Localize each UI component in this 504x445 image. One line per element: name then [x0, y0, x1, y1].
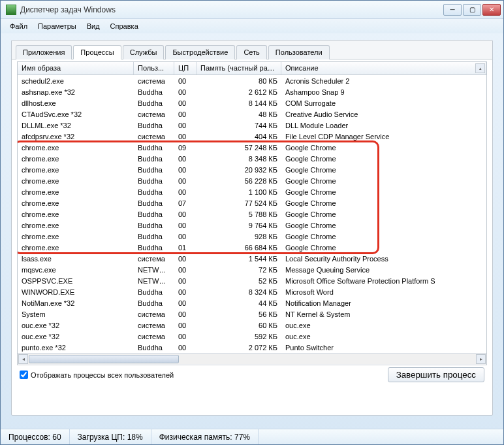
- cell-cpu: 00: [174, 132, 197, 141]
- cell-user: система: [134, 321, 174, 330]
- cell-desc: Google Chrome: [281, 188, 486, 197]
- scroll-thumb[interactable]: [29, 355, 179, 363]
- table-row[interactable]: WINWORD.EXEBuddha008 324 КБMicrosoft Wor…: [18, 286, 486, 297]
- minimize-button[interactable]: ─: [443, 4, 462, 16]
- cell-user: NETWO...: [134, 265, 174, 274]
- cell-desc: Microsoft Office Software Protection Pla…: [281, 276, 486, 286]
- cell-desc: File Level CDP Manager Service: [281, 132, 486, 141]
- col-cpu[interactable]: ЦП: [174, 62, 197, 74]
- table-row[interactable]: chrome.exeBuddha0020 932 КБGoogle Chrome: [18, 164, 486, 175]
- table-row[interactable]: ouc.exe *32система00592 КБouc.exe: [18, 331, 486, 342]
- scroll-up-icon[interactable]: ▴: [475, 63, 485, 73]
- cell-cpu: 00: [174, 210, 197, 219]
- cell-user: система: [134, 332, 174, 341]
- cell-cpu: 09: [174, 143, 197, 152]
- cell-mem: 404 КБ: [197, 132, 281, 141]
- cell-name: chrome.exe: [18, 188, 134, 197]
- tab-strip: ПриложенияПроцессыСлужбыБыстродействиеСе…: [12, 41, 492, 59]
- cell-cpu: 00: [174, 99, 197, 108]
- cell-mem: 44 КБ: [197, 299, 281, 308]
- table-row[interactable]: Systemсистема0056 КБNT Kernel & System: [18, 308, 486, 320]
- tab-4[interactable]: Сеть: [236, 45, 266, 59]
- table-row[interactable]: chrome.exeBuddha00928 КБGoogle Chrome: [18, 231, 486, 242]
- cell-name: ouc.exe *32: [18, 332, 134, 341]
- cell-desc: Google Chrome: [281, 210, 486, 219]
- show-all-users-input[interactable]: [20, 371, 28, 379]
- cell-cpu: 00: [174, 76, 197, 86]
- table-row[interactable]: chrome.exeBuddha0777 524 КБGoogle Chrome: [18, 197, 486, 208]
- cell-desc: DLL Module Loader: [281, 121, 486, 130]
- table-row[interactable]: chrome.exeBuddha001 100 КБGoogle Chrome: [18, 186, 486, 197]
- cell-user: Buddha: [134, 210, 174, 219]
- table-row[interactable]: ouc.exe *32система0060 КБouc.exe: [18, 320, 486, 331]
- table-row[interactable]: OSPPSVC.EXENETWO...0052 КБMicrosoft Offi…: [18, 275, 486, 286]
- titlebar[interactable]: Диспетчер задач Windows ─ ▢ ✕: [1, 1, 503, 19]
- cell-user: система: [134, 254, 174, 263]
- cell-mem: 1 100 КБ: [197, 188, 281, 197]
- table-row[interactable]: chrome.exeBuddha0166 684 КБGoogle Chrome: [18, 242, 486, 253]
- cell-desc: COM Surrogate: [281, 99, 486, 108]
- cell-cpu: 00: [174, 321, 197, 330]
- table-row[interactable]: afcdpsrv.exe *32система00404 КБFile Leve…: [18, 131, 486, 142]
- table-row[interactable]: CTAudSvc.exe *32система0048 КБCreative A…: [18, 108, 486, 120]
- col-description[interactable]: Описание: [281, 62, 486, 74]
- menu-view[interactable]: Вид: [82, 20, 105, 32]
- table-row[interactable]: lsass.exeсистема001 544 КБLocal Security…: [18, 253, 486, 264]
- scroll-left-icon[interactable]: ◂: [18, 354, 28, 364]
- cell-mem: 9 764 КБ: [197, 221, 281, 230]
- window-title: Диспетчер задач Windows: [20, 5, 443, 14]
- table-row[interactable]: chrome.exeBuddha008 348 КБGoogle Chrome: [18, 153, 486, 164]
- table-row[interactable]: punto.exe *32Buddha002 072 КБPunto Switc…: [18, 342, 486, 353]
- table-row[interactable]: ashsnap.exe *32Buddha002 612 КБAshampoo …: [18, 86, 486, 97]
- show-all-users-checkbox[interactable]: Отображать процессы всех пользователей: [20, 371, 174, 379]
- cell-name: lsass.exe: [18, 254, 134, 263]
- cell-desc: Google Chrome: [281, 165, 486, 174]
- tab-2[interactable]: Службы: [123, 45, 165, 59]
- table-row[interactable]: dllhost.exeBuddha008 144 КБCOM Surrogate: [18, 97, 486, 108]
- cell-desc: Punto Switcher: [281, 343, 486, 352]
- maximize-button[interactable]: ▢: [463, 4, 481, 16]
- cell-cpu: 00: [174, 332, 197, 341]
- cell-mem: 8 324 КБ: [197, 288, 281, 297]
- cell-name: chrome.exe: [18, 154, 134, 163]
- grid-rows[interactable]: schedul2.exeсистема0080 КБAcronis Schedu…: [18, 75, 486, 353]
- col-user[interactable]: Польз...: [134, 62, 174, 74]
- cell-name: ashsnap.exe *32: [18, 88, 134, 97]
- cell-name: schedul2.exe: [18, 76, 134, 86]
- col-image-name[interactable]: Имя образа: [18, 62, 134, 74]
- status-processes: Процессов: 60: [1, 429, 70, 444]
- menu-help[interactable]: Справка: [105, 20, 144, 32]
- cell-mem: 928 КБ: [197, 232, 281, 241]
- horizontal-scrollbar[interactable]: ◂ ▸: [18, 353, 486, 364]
- app-icon: [6, 5, 16, 15]
- cell-name: chrome.exe: [18, 221, 134, 230]
- cell-user: Buddha: [134, 343, 174, 352]
- tab-0[interactable]: Приложения: [16, 45, 72, 59]
- cell-desc: Creative Audio Service: [281, 110, 486, 119]
- cell-cpu: 00: [174, 343, 197, 352]
- table-row[interactable]: NotiMan.exe *32Buddha0044 КБNotification…: [18, 297, 486, 308]
- cell-mem: 20 932 КБ: [197, 165, 281, 174]
- menu-options[interactable]: Параметры: [33, 20, 82, 32]
- tab-5[interactable]: Пользователи: [268, 45, 330, 59]
- col-memory[interactable]: Память (частный рабо...: [197, 62, 281, 74]
- cell-user: система: [134, 310, 174, 319]
- menu-file[interactable]: Файл: [5, 20, 33, 32]
- table-row[interactable]: chrome.exeBuddha009 764 КБGoogle Chrome: [18, 220, 486, 231]
- table-row[interactable]: chrome.exeBuddha0056 228 КБGoogle Chrome: [18, 175, 486, 186]
- cell-mem: 52 КБ: [197, 276, 281, 286]
- end-process-button[interactable]: Завершить процесс: [388, 367, 484, 382]
- tab-1[interactable]: Процессы: [73, 45, 121, 59]
- table-row[interactable]: chrome.exeBuddha005 788 КБGoogle Chrome: [18, 208, 486, 220]
- close-button[interactable]: ✕: [482, 4, 501, 16]
- table-row[interactable]: DLLML.exe *32Buddha00744 КБDLL Module Lo…: [18, 120, 486, 131]
- scroll-right-icon[interactable]: ▸: [476, 354, 486, 364]
- table-row[interactable]: chrome.exeBuddha0957 248 КБGoogle Chrome: [18, 142, 486, 153]
- cell-user: Buddha: [134, 221, 174, 230]
- tab-3[interactable]: Быстродействие: [165, 45, 235, 59]
- table-row[interactable]: schedul2.exeсистема0080 КБAcronis Schedu…: [18, 75, 486, 86]
- cell-desc: Local Security Authority Process: [281, 254, 486, 263]
- cell-name: System: [18, 310, 134, 319]
- cell-desc: Google Chrome: [281, 143, 486, 152]
- table-row[interactable]: mqsvc.exeNETWO...0072 КБMessage Queuing …: [18, 264, 486, 275]
